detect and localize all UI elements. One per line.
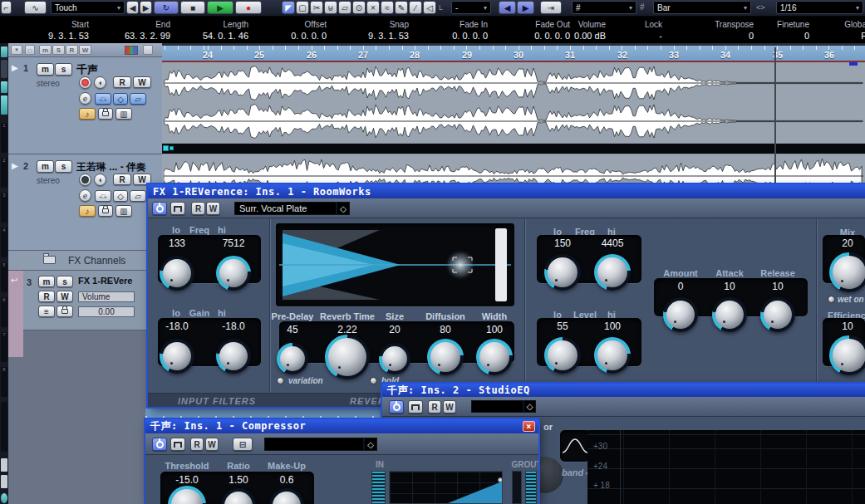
track-name[interactable]: 千声 xyxy=(76,62,160,77)
write-automation-button[interactable]: W xyxy=(133,76,151,88)
track-name[interactable]: FX 1-REVere xyxy=(78,276,158,286)
preset-menu-button[interactable]: ◇ xyxy=(337,202,350,215)
lock-button[interactable] xyxy=(98,108,113,120)
plugin-bypass-button[interactable] xyxy=(170,202,185,215)
variation-led[interactable] xyxy=(277,377,284,384)
play-button[interactable]: ▶ xyxy=(207,1,233,14)
info-global[interactable]: GlobaF xyxy=(790,19,865,42)
wet-only-label[interactable]: wet on xyxy=(838,295,864,304)
plugin-write-button[interactable]: W xyxy=(205,438,219,451)
read-automation-button[interactable]: R xyxy=(38,291,55,302)
tool-mute-button[interactable]: × xyxy=(366,1,380,14)
musical-timebase-button[interactable]: ♪ xyxy=(79,108,96,120)
tool-line-button[interactable]: ∕ xyxy=(409,1,422,14)
eq-graph[interactable]: +30 +24 + 18 xyxy=(587,430,865,504)
plugin-read-button[interactable]: R xyxy=(191,202,205,215)
rail-button[interactable] xyxy=(1,46,7,57)
global-solo-button[interactable]: S xyxy=(52,45,65,55)
tool-erase-button[interactable]: ▱ xyxy=(338,1,351,14)
preset-selector[interactable]: Surr. Vocal Plate xyxy=(234,202,337,215)
cycle-button[interactable]: ↻ xyxy=(154,1,179,14)
damp-freq-hi-knob[interactable] xyxy=(594,254,631,291)
global-mute-button[interactable]: m xyxy=(39,45,52,55)
preset-selector[interactable] xyxy=(264,438,364,451)
damp-freq-lo-knob[interactable] xyxy=(544,254,581,291)
automation-panel-button[interactable]: ∿ xyxy=(24,1,47,14)
solo-button[interactable]: s xyxy=(55,63,72,76)
toolbar-button[interactable]: ⌐ xyxy=(1,1,12,14)
read-automation-button[interactable]: R xyxy=(113,76,131,88)
plugin-power-button[interactable] xyxy=(152,202,167,215)
automation-param-select[interactable]: Volume xyxy=(78,291,135,302)
rail-slot-5[interactable]: 5 xyxy=(1,262,7,292)
plugin-bypass-button[interactable] xyxy=(170,438,185,451)
window-title-bar[interactable]: 千声: Ins. 1 - Compressor × xyxy=(145,419,538,433)
collapse-button[interactable]: ▼ xyxy=(11,45,22,55)
mute-button[interactable]: m xyxy=(37,160,54,173)
fit-button[interactable]: ⇥ xyxy=(540,1,562,14)
attack-knob[interactable] xyxy=(712,297,747,332)
marker-flag[interactable] xyxy=(849,62,858,66)
info-offset[interactable]: Offset0. 0. 0. 0 xyxy=(250,19,327,42)
info-snap[interactable]: Snap9. 3. 1. 53 xyxy=(332,19,409,42)
solo-button[interactable]: s xyxy=(57,276,73,287)
plugin-bypass-button[interactable] xyxy=(408,400,423,413)
write-automation-button[interactable]: W xyxy=(133,174,151,185)
lanes-button[interactable]: ▥ xyxy=(115,108,132,120)
lock-button[interactable] xyxy=(57,306,73,317)
damp-level-lo-knob[interactable] xyxy=(544,337,581,374)
nudge-left-button[interactable]: ◀ xyxy=(499,1,516,14)
rail-slot-8[interactable]: 8 xyxy=(1,367,7,397)
tool-split-button[interactable]: ✂ xyxy=(310,1,323,14)
size-knob[interactable] xyxy=(379,343,410,374)
diffusion-knob[interactable] xyxy=(427,339,464,375)
solo-button[interactable]: s xyxy=(55,160,72,173)
project-cursor[interactable] xyxy=(774,62,776,184)
event-display-area[interactable] xyxy=(162,62,865,184)
tool-draw-button[interactable]: ✎ xyxy=(395,1,408,14)
width-knob[interactable] xyxy=(476,339,513,375)
rail-slot-6[interactable]: 6 xyxy=(1,297,7,327)
grid-type-dropdown[interactable]: Bar ▾ xyxy=(653,1,751,14)
mute-button[interactable]: m xyxy=(38,276,55,287)
amount-knob[interactable] xyxy=(663,297,698,332)
preset-menu-button[interactable]: ◇ xyxy=(364,438,377,451)
predelay-knob[interactable] xyxy=(277,343,308,374)
plugin-write-button[interactable]: W xyxy=(206,202,220,215)
info-end[interactable]: End63. 3. 2. 99 xyxy=(94,19,170,42)
rail-button[interactable] xyxy=(1,95,7,115)
eq-state-button[interactable]: ◇ xyxy=(113,190,128,202)
input-freq-lo-knob[interactable] xyxy=(160,256,194,291)
preset-selector[interactable] xyxy=(471,400,523,413)
plugin-read-button[interactable]: R xyxy=(428,400,441,413)
band-shape-button[interactable] xyxy=(560,430,590,462)
quantize-dropdown[interactable]: 1/16 ▾ xyxy=(776,1,863,14)
rail-slot[interactable] xyxy=(1,402,7,452)
edit-channel-button[interactable]: e xyxy=(79,92,91,105)
goto-next-button[interactable]: ▶ xyxy=(140,1,152,14)
variation-label[interactable]: variation xyxy=(288,376,323,385)
track-1[interactable]: ▶ 1 m s 千声 stereo ◖ R W e -□- ◇ ▱ ♪ ▥ xyxy=(8,57,162,154)
project-cursor[interactable] xyxy=(774,47,776,62)
input-freq-hi-knob[interactable] xyxy=(216,256,251,291)
read-automation-button[interactable]: R xyxy=(113,174,131,185)
tool-scrub-button[interactable]: ◁ xyxy=(423,1,436,14)
input-gain-hi-knob[interactable] xyxy=(216,339,251,374)
track-setup-button[interactable]: ▢ xyxy=(25,45,35,55)
goto-prev-button[interactable]: ◀ xyxy=(126,1,139,14)
input-gain-lo-knob[interactable] xyxy=(160,339,194,374)
inserts-state-button[interactable]: -□- xyxy=(95,93,111,105)
global-write-button[interactable]: W xyxy=(79,45,91,55)
event-handle[interactable] xyxy=(170,146,174,150)
tool-glue-button[interactable]: ⊎ xyxy=(324,1,337,14)
rail-button[interactable] xyxy=(1,60,7,78)
stop-button[interactable]: ■ xyxy=(180,1,205,14)
tool-range-button[interactable]: ▢ xyxy=(296,1,309,14)
event-handle[interactable] xyxy=(163,145,169,151)
track-name[interactable]: 王若琳 ... - 伴奏 xyxy=(76,160,156,174)
mix-knob[interactable] xyxy=(829,252,865,292)
plugin-power-button[interactable] xyxy=(152,438,167,451)
info-lock[interactable]: Lock- xyxy=(586,19,662,42)
rail-button[interactable] xyxy=(1,493,7,503)
nudge-right-button[interactable]: ▶ xyxy=(517,1,534,14)
